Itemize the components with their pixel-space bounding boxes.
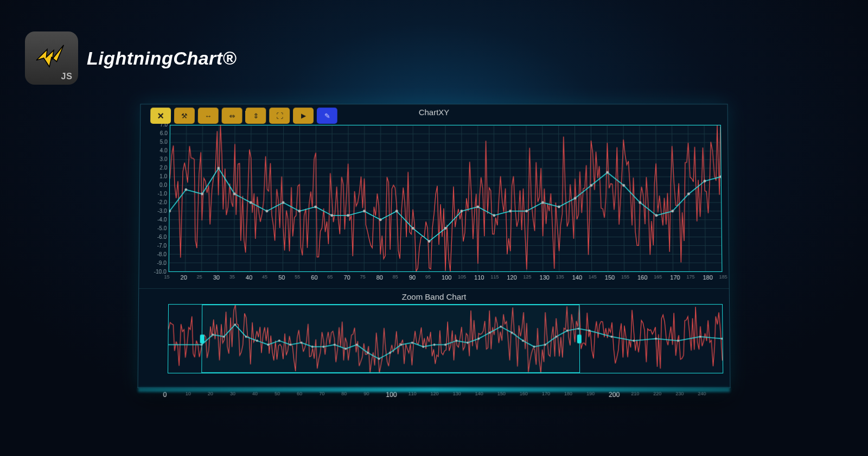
tree-icon[interactable]: ⚒	[174, 107, 195, 124]
svg-point-114	[477, 338, 480, 340]
svg-point-121	[555, 335, 557, 338]
svg-point-82	[622, 184, 625, 187]
zoom-x-tick: 220	[653, 391, 661, 396]
svg-point-108	[411, 341, 413, 344]
x-tick: 50	[278, 274, 285, 281]
y-tick: -1.0	[152, 191, 167, 197]
y-tick: 6.0	[152, 130, 168, 136]
chart-toolbar: ×⚒↔⇔⇕⛶▶✎	[150, 107, 337, 124]
y-tick: -7.0	[151, 243, 167, 249]
svg-line-53	[720, 125, 722, 271]
x-tick: 25	[197, 274, 202, 280]
svg-point-117	[511, 332, 513, 334]
zoom-x-tick: 160	[520, 391, 528, 396]
svg-point-68	[395, 210, 398, 212]
y-tick: -2.0	[152, 199, 167, 205]
svg-point-70	[428, 240, 431, 243]
svg-point-118	[522, 340, 524, 342]
svg-point-103	[356, 344, 358, 346]
svg-point-116	[500, 326, 502, 328]
svg-point-98	[301, 341, 303, 344]
svg-line-28	[315, 125, 316, 271]
x-tick: 100	[442, 274, 451, 281]
x-tick: 70	[343, 274, 350, 281]
x-tick: 35	[229, 274, 235, 280]
svg-point-81	[606, 171, 609, 174]
svg-point-63	[314, 206, 317, 208]
edit-icon[interactable]: ✎	[317, 107, 337, 124]
svg-point-95	[267, 344, 269, 346]
zoom-x-tick: 30	[230, 391, 235, 396]
x-tick: 120	[507, 274, 516, 281]
y-tick: 0.0	[152, 182, 167, 188]
svg-point-128	[677, 340, 679, 342]
svg-point-86	[687, 193, 690, 195]
fit-icon[interactable]: ⛶	[269, 107, 290, 124]
svg-point-64	[330, 214, 333, 217]
x-tick: 170	[670, 274, 680, 281]
brand-name: LightningChart®	[87, 48, 237, 69]
x-tick: 15	[164, 274, 169, 280]
close-icon[interactable]: ×	[150, 107, 171, 124]
x-tick: 40	[246, 274, 252, 281]
x-tick: 60	[311, 274, 317, 281]
svg-point-115	[489, 332, 491, 334]
svg-line-20	[186, 125, 187, 271]
svg-point-85	[671, 210, 674, 212]
svg-point-120	[544, 344, 546, 346]
x-tick: 95	[425, 274, 431, 280]
svg-line-24	[250, 125, 251, 271]
svg-line-42	[542, 125, 543, 271]
x-tick: 150	[605, 274, 615, 281]
svg-marker-0	[36, 45, 63, 67]
zoom-in-y-icon[interactable]: ⇕	[245, 107, 266, 124]
x-tick: 130	[540, 274, 550, 281]
main-chart[interactable]: ChartXY ×⚒↔⇔⇕⛶▶✎ 7.06.05.04.03.02.01.00.…	[139, 104, 729, 288]
svg-point-126	[633, 340, 635, 342]
svg-point-90	[212, 334, 214, 336]
zoom-x-tick: 90	[363, 391, 369, 396]
svg-line-39	[494, 125, 494, 271]
x-tick: 105	[458, 274, 466, 280]
zoom-plot-area[interactable]	[168, 304, 723, 373]
svg-point-91	[223, 335, 225, 338]
svg-point-110	[433, 344, 436, 346]
svg-point-57	[217, 167, 220, 169]
svg-point-99	[311, 346, 314, 348]
zoom-in-x-icon[interactable]: ⇔	[222, 107, 242, 124]
x-tick: 165	[654, 274, 662, 280]
zoom-out-x-icon[interactable]: ↔	[198, 107, 219, 124]
svg-line-31	[364, 125, 365, 271]
svg-point-100	[322, 346, 324, 348]
y-tick: -3.0	[152, 208, 167, 214]
zoom-x-tick: 60	[297, 391, 302, 396]
svg-line-30	[348, 125, 348, 271]
zoom-x-tick: 130	[453, 391, 461, 396]
svg-point-76	[525, 210, 528, 212]
svg-point-111	[444, 344, 446, 346]
y-tick: 4.0	[152, 148, 168, 154]
svg-point-89	[201, 344, 203, 346]
svg-point-104	[367, 352, 369, 354]
zoom-x-tick: 100	[386, 391, 397, 398]
svg-point-102	[344, 347, 347, 350]
zoom-x-tick: 70	[319, 391, 324, 396]
y-tick: 5.0	[152, 139, 168, 145]
svg-line-22	[218, 125, 219, 271]
main-plot-area[interactable]	[169, 125, 723, 272]
svg-point-93	[245, 335, 247, 338]
svg-point-79	[574, 197, 577, 200]
svg-point-61	[282, 201, 284, 204]
x-tick: 85	[393, 274, 398, 280]
svg-point-97	[289, 344, 291, 346]
y-tick: -4.0	[151, 217, 167, 223]
x-tick: 30	[213, 274, 220, 281]
zoom-band-chart[interactable]: Zoom Band Chart 010203040506070809010011…	[138, 288, 730, 388]
brand-logo: JS LightningChart®	[25, 31, 237, 85]
play-icon[interactable]: ▶	[293, 107, 314, 124]
svg-point-112	[455, 340, 457, 342]
svg-line-41	[526, 125, 527, 271]
x-tick: 140	[572, 274, 582, 281]
zoom-x-tick: 110	[408, 391, 416, 396]
svg-point-69	[412, 227, 414, 230]
